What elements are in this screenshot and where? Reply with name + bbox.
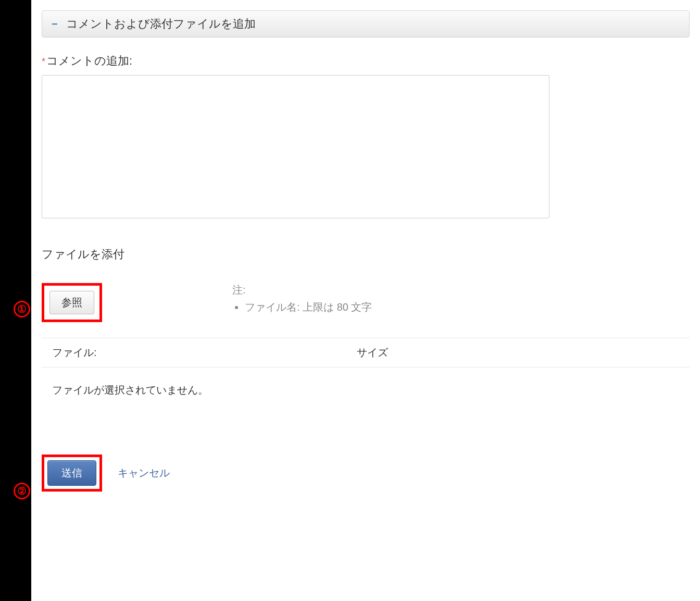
collapse-minus-icon: − (52, 19, 58, 29)
attachment-section: ファイルを添付 参照 注: ファイル名: 上限は 80 文字 ファイル: サイズ… (42, 247, 690, 413)
form-container: − コメントおよび添付ファイルを追加 *コメントの追加: ファイルを添付 参照 … (31, 0, 700, 601)
file-table-header: ファイル: サイズ (42, 338, 690, 367)
comment-label: *コメントの追加: (42, 53, 690, 69)
section-header[interactable]: − コメントおよび添付ファイルを追加 (42, 10, 690, 38)
cancel-link[interactable]: キャンセル (118, 466, 170, 480)
required-marker: * (42, 56, 45, 67)
section-title: コメントおよび添付ファイルを追加 (66, 16, 256, 32)
comment-field-group: *コメントの追加: (42, 53, 690, 247)
annotation-marker-1: ① (14, 301, 30, 317)
size-column-header: サイズ (357, 346, 679, 360)
annotation-marker-2: ② (14, 483, 30, 499)
file-column-header: ファイル: (52, 346, 357, 360)
comment-textarea[interactable] (42, 75, 549, 218)
attach-label: ファイルを添付 (42, 247, 690, 262)
submit-highlight-box: 送信 (42, 455, 102, 492)
action-row: 送信 キャンセル (42, 455, 690, 492)
note-label: 注: (232, 283, 372, 297)
comment-label-text: コメントの追加: (46, 54, 132, 67)
note-section: 注: ファイル名: 上限は 80 文字 (232, 283, 372, 314)
browse-button[interactable]: 参照 (49, 291, 94, 314)
submit-button[interactable]: 送信 (47, 460, 96, 486)
browse-highlight-box: 参照 (42, 283, 102, 322)
no-file-selected-text: ファイルが選択されていません。 (42, 367, 690, 413)
note-item: ファイル名: 上限は 80 文字 (245, 300, 372, 314)
